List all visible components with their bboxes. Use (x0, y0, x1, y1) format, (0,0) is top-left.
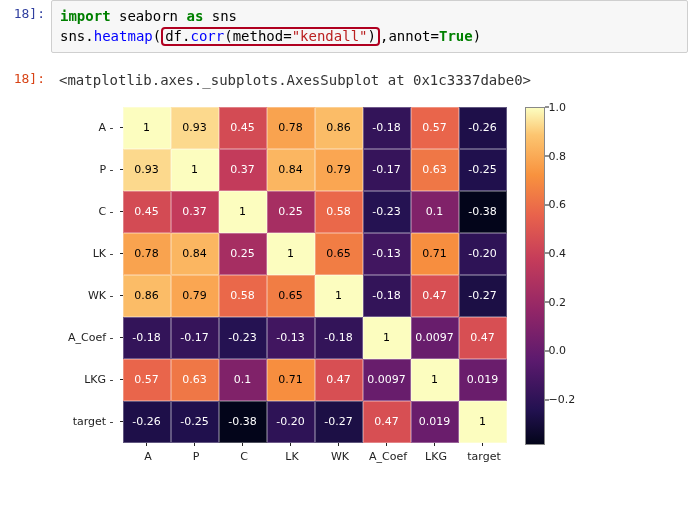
heatmap-cell: 0.47 (459, 317, 507, 359)
arg-method: method (233, 28, 284, 44)
y-label: C - (68, 191, 114, 233)
paren-close: ) (473, 28, 481, 44)
heatmap-cell: 0.84 (171, 233, 219, 275)
heatmap-cell: 1 (267, 233, 315, 275)
heatmap-cell: 0.58 (315, 191, 363, 233)
x-label: P (172, 450, 220, 463)
heatmap-cell: 0.79 (171, 275, 219, 317)
heatmap-cell: 0.71 (267, 359, 315, 401)
arg-annot: annot (388, 28, 430, 44)
df-obj: df (165, 28, 182, 44)
heatmap-cell: -0.20 (459, 233, 507, 275)
heatmap-cell: 0.93 (123, 149, 171, 191)
annot-value: True (439, 28, 473, 44)
output-cell: 18]: <matplotlib.axes._subplots.AxesSubp… (0, 65, 688, 97)
colorbar-tick-label: 0.2 (549, 295, 567, 308)
heatmap-cell: 0.57 (123, 359, 171, 401)
heatmap-cell: 0.93 (171, 107, 219, 149)
heatmap-cell: 0.71 (411, 233, 459, 275)
obj-sns: sns (60, 28, 85, 44)
heatmap-cell: -0.27 (315, 401, 363, 443)
heatmap-cell: 1 (171, 149, 219, 191)
heatmap-cell: -0.25 (171, 401, 219, 443)
heatmap-cell: -0.27 (459, 275, 507, 317)
x-axis-labels: APCLKWKA_CoefLKGtarget (124, 450, 678, 463)
input-prompt: 18]: (0, 0, 51, 53)
heatmap-cell: 0.86 (123, 275, 171, 317)
heatmap-cell: -0.26 (459, 107, 507, 149)
heatmap-cell: -0.25 (459, 149, 507, 191)
colorbar-ticks: 1.00.80.60.40.20.0−0.2 (545, 107, 587, 443)
heatmap-cell: 0.84 (267, 149, 315, 191)
heatmap-cell: -0.17 (363, 149, 411, 191)
colorbar-tick-label: −0.2 (549, 393, 576, 406)
heatmap-cell: 0.58 (219, 275, 267, 317)
y-label: A_Coef - (68, 317, 114, 359)
y-label: A - (68, 107, 114, 149)
heatmap-cell: 0.65 (267, 275, 315, 317)
heatmap-cell: 0.0097 (411, 317, 459, 359)
heatmap-cell: 1 (363, 317, 411, 359)
heatmap-cell: 0.47 (315, 359, 363, 401)
heatmap-cell: 0.019 (411, 401, 459, 443)
heatmap-cell: -0.18 (363, 275, 411, 317)
keyword-import: import (60, 8, 111, 24)
heatmap-cell: -0.38 (219, 401, 267, 443)
paren-open: ( (153, 28, 161, 44)
heatmap-cell: -0.13 (363, 233, 411, 275)
heatmap-grid: 10.930.450.780.86-0.180.57-0.260.9310.37… (123, 107, 507, 443)
heatmap-cell: 0.45 (123, 191, 171, 233)
module-name: seaborn (119, 8, 178, 24)
heatmap-cell: 0.0097 (363, 359, 411, 401)
heatmap-cell: 0.63 (171, 359, 219, 401)
heatmap-cell: 0.57 (411, 107, 459, 149)
colorbar: 1.00.80.60.40.20.0−0.2 (525, 107, 587, 445)
heatmap-cell: 0.25 (219, 233, 267, 275)
heatmap-cell: 0.47 (363, 401, 411, 443)
x-label: A_Coef (364, 450, 412, 463)
heatmap-cell: 0.1 (411, 191, 459, 233)
x-tick-marks (123, 443, 507, 446)
heatmap-cell: 0.79 (315, 149, 363, 191)
heatmap-cell: 1 (123, 107, 171, 149)
heatmap-cell: -0.20 (267, 401, 315, 443)
output-prompt: 18]: (0, 65, 51, 97)
colorbar-tick-label: 0.6 (549, 198, 567, 211)
method-value: "kendall" (292, 28, 368, 44)
fn-corr: corr (190, 28, 224, 44)
heatmap-cell: 0.25 (267, 191, 315, 233)
heatmap-cell: 0.47 (411, 275, 459, 317)
heatmap-cell: -0.17 (171, 317, 219, 359)
heatmap-cell: 0.37 (171, 191, 219, 233)
eq: = (431, 28, 439, 44)
heatmap-cell: 1 (459, 401, 507, 443)
y-label: WK - (68, 275, 114, 317)
heatmap-cell: 0.37 (219, 149, 267, 191)
keyword-as: as (186, 8, 203, 24)
heatmap-cell: -0.38 (459, 191, 507, 233)
heatmap-cell: -0.13 (267, 317, 315, 359)
heatmap-cell: -0.23 (219, 317, 267, 359)
heatmap-plot: A -P -C -LK -WK -A_Coef -LKG -target - 1… (68, 107, 678, 463)
y-axis-labels: A -P -C -LK -WK -A_Coef -LKG -target - (68, 107, 114, 443)
y-label: target - (68, 401, 114, 443)
heatmap-cell: 1 (411, 359, 459, 401)
heatmap-cell: -0.23 (363, 191, 411, 233)
colorbar-tick-label: 1.0 (549, 100, 567, 113)
y-label: P - (68, 149, 114, 191)
colorbar-tick-label: 0.8 (549, 149, 567, 162)
code-input[interactable]: import seaborn as sns sns.heatmap(df.cor… (51, 0, 688, 53)
dot: . (85, 28, 93, 44)
heatmap-cell: 1 (219, 191, 267, 233)
input-cell: 18]: import seaborn as sns sns.heatmap(d… (0, 0, 688, 53)
x-label: LK (268, 450, 316, 463)
heatmap-cell: 1 (315, 275, 363, 317)
heatmap-cell: 0.78 (267, 107, 315, 149)
sub-paren-close: ) (368, 28, 376, 44)
heatmap-cell: 0.019 (459, 359, 507, 401)
sub-paren-open: ( (224, 28, 232, 44)
heatmap-cell: 0.45 (219, 107, 267, 149)
heatmap-cell: 0.65 (315, 233, 363, 275)
highlighted-arg: df.corr(method="kendall") (161, 27, 380, 46)
heatmap-cell: 0.1 (219, 359, 267, 401)
